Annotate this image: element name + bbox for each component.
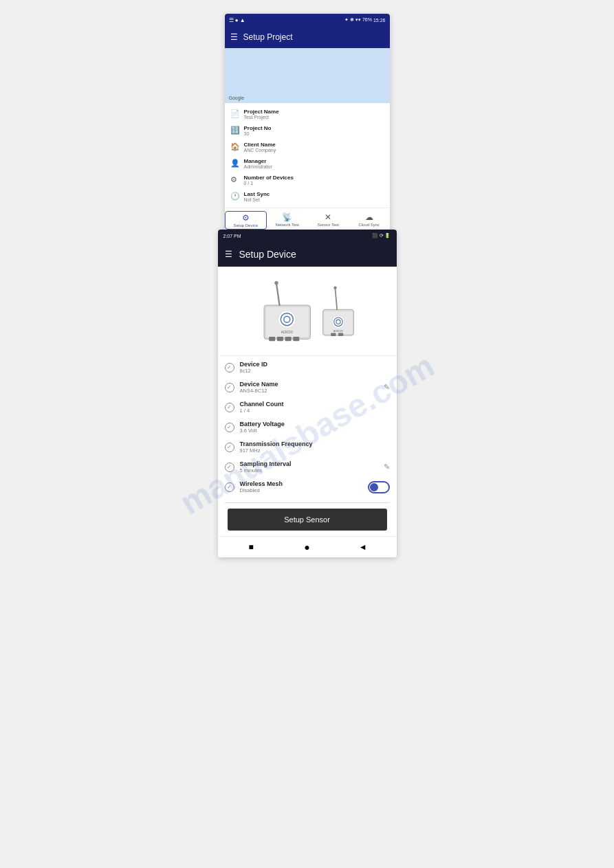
- device-illustration: ACKCIO ACKCIO: [245, 274, 369, 349]
- status-bar-2: 2:07 PM ⬛ ⟳ 🔋: [218, 230, 397, 242]
- divider: [225, 502, 390, 503]
- client-name-icon: 🏠: [230, 142, 240, 152]
- setup-sensor-button[interactable]: Setup Sensor: [228, 509, 387, 531]
- sampling-interval-value: 5 minutes: [240, 467, 378, 474]
- last-sync-value: Not Set: [244, 197, 270, 202]
- num-devices-label: Number of Devices: [244, 175, 294, 181]
- app-bar-2-title: Setup Device: [239, 249, 296, 260]
- check-icon-sampling-interval: ✓: [225, 463, 234, 472]
- map-area: Google: [225, 48, 390, 103]
- device-info-list: ✓ Device ID 8c12 ✓ Device Name ANS4-8C12…: [218, 356, 397, 498]
- transmission-freq-label: Transmission Frequency: [240, 441, 390, 447]
- svg-rect-18: [331, 333, 336, 336]
- sensor-test-icon: ✕: [325, 212, 331, 222]
- tab-cloud-sync-label: Cloud Sync: [358, 223, 380, 227]
- back-icon: ◄: [359, 542, 367, 552]
- tab-network-test[interactable]: 📡 Network Test: [267, 211, 308, 230]
- check-icon-battery-voltage: ✓: [225, 423, 234, 432]
- nav-back-button[interactable]: ◄: [358, 542, 368, 552]
- check-icon-channel-count: ✓: [225, 403, 234, 412]
- wireless-mesh-row: ✓ Wireless Mesh Disabled: [218, 477, 397, 497]
- svg-line-1: [276, 283, 280, 305]
- svg-rect-8: [276, 336, 283, 340]
- toggle-knob: [370, 483, 378, 491]
- tab-sensor-test-label: Sensor Test: [317, 223, 339, 227]
- google-label: Google: [229, 96, 245, 100]
- cloud-sync-icon: ☁: [365, 212, 373, 222]
- battery-voltage-value: 3.6 Volt: [240, 427, 390, 434]
- battery-voltage-label: Battery Voltage: [240, 421, 390, 427]
- setup-project-screen: ☰ ● ▲ ✦ ❃ ▾▾ 76% 15:26 ☰ Setup Project G…: [225, 14, 390, 231]
- transmission-freq-row: ✓ Transmission Frequency 917 MHz: [218, 437, 397, 457]
- nav-stop-button[interactable]: ■: [246, 542, 256, 552]
- manager-icon: 👤: [230, 159, 240, 168]
- nav-home-button[interactable]: ●: [302, 542, 311, 552]
- check-icon-device-name: ✓: [225, 383, 234, 392]
- manager-value: Administrator: [244, 164, 272, 169]
- manager-label: Manager: [244, 158, 272, 164]
- svg-point-2: [274, 280, 278, 284]
- home-icon: ●: [304, 542, 309, 553]
- wireless-mesh-value: Disabled: [240, 487, 362, 493]
- client-name-label: Client Name: [244, 142, 276, 148]
- last-sync-label: Last Sync: [244, 191, 270, 197]
- device-image-area: ACKCIO ACKCIO: [218, 267, 397, 356]
- client-name-value: ANC Company: [244, 148, 276, 153]
- info-list: 📄 Project Name Test Project 🔢 Project No…: [225, 103, 390, 208]
- channel-count-value: 1 / 4: [240, 408, 390, 414]
- wireless-mesh-toggle[interactable]: [368, 481, 390, 493]
- list-item: 🕐 Last Sync Not Set: [225, 188, 390, 205]
- transmission-freq-value: 917 MHz: [240, 447, 390, 454]
- status-left-icons: ☰ ● ▲: [229, 17, 245, 23]
- bottom-nav: ■ ● ◄: [218, 536, 397, 557]
- status-time-2: 2:07 PM: [223, 234, 241, 238]
- list-item: 👤 Manager Administrator: [225, 155, 390, 172]
- device-id-row: ✓ Device ID 8c12: [218, 357, 397, 377]
- status-bar-1: ☰ ● ▲ ✦ ❃ ▾▾ 76% 15:26: [225, 14, 390, 26]
- project-name-icon: 📄: [230, 109, 240, 119]
- status-right-icons-2: ⬛ ⟳ 🔋: [372, 233, 391, 238]
- svg-rect-9: [285, 336, 291, 340]
- setup-device-icon: ⚙: [242, 213, 250, 223]
- sampling-interval-edit-icon[interactable]: ✎: [384, 463, 390, 471]
- svg-text:ACKCIO: ACKCIO: [281, 330, 293, 333]
- check-icon-device-id: ✓: [225, 363, 234, 372]
- network-test-icon: 📡: [282, 212, 292, 222]
- tab-network-test-label: Network Test: [275, 223, 299, 227]
- device-name-edit-icon[interactable]: ✎: [384, 383, 390, 392]
- svg-rect-19: [338, 333, 343, 336]
- project-name-label: Project Name: [244, 109, 279, 115]
- sampling-interval-label: Sampling Interval: [240, 460, 378, 467]
- app-bar-1: ☰ Setup Project: [225, 26, 390, 48]
- device-name-row: ✓ Device Name ANS4-8C12 ✎: [218, 377, 397, 397]
- svg-rect-7: [269, 336, 275, 340]
- list-item: 🏠 Client Name ANC Company: [225, 139, 390, 155]
- status-time: 15:26: [373, 18, 386, 23]
- sampling-interval-row: ✓ Sampling Interval 5 minutes ✎: [218, 457, 397, 477]
- svg-point-13: [333, 286, 337, 289]
- tab-cloud-sync[interactable]: ☁ Cloud Sync: [349, 211, 390, 230]
- hamburger-icon[interactable]: ☰: [230, 32, 238, 42]
- tab-setup-device[interactable]: ⚙ Setup Device: [225, 211, 267, 230]
- device-name-value: ANS4-8C12: [240, 388, 378, 394]
- device-id-label: Device ID: [240, 361, 390, 368]
- setup-device-screen: 2:07 PM ⬛ ⟳ 🔋 ☰ Setup Device: [218, 230, 397, 557]
- tab-setup-device-label: Setup Device: [233, 223, 258, 227]
- check-icon-transmission-freq: ✓: [225, 443, 234, 452]
- tab-sensor-test[interactable]: ✕ Sensor Test: [308, 211, 349, 230]
- hamburger-icon-2[interactable]: ☰: [225, 249, 232, 259]
- device-id-value: 8c12: [240, 368, 390, 374]
- tab-bar: ⚙ Setup Device 📡 Network Test ✕ Sensor T…: [225, 208, 390, 231]
- status-right-icons: ✦ ❃ ▾▾ 76%: [344, 17, 372, 23]
- device-name-label: Device Name: [240, 381, 378, 388]
- project-no-icon: 🔢: [230, 126, 240, 135]
- num-devices-icon: ⚙: [230, 175, 240, 185]
- channel-count-label: Channel Count: [240, 401, 390, 408]
- svg-text:ACKCIO: ACKCIO: [333, 329, 343, 332]
- project-no-label: Project No: [244, 125, 272, 131]
- wireless-mesh-label: Wireless Mesh: [240, 480, 362, 487]
- app-bar-title: Setup Project: [243, 32, 293, 42]
- project-name-value: Test Project: [244, 115, 279, 120]
- list-item: ⚙ Number of Devices 0 / 1: [225, 172, 390, 188]
- stop-icon: ■: [249, 542, 254, 552]
